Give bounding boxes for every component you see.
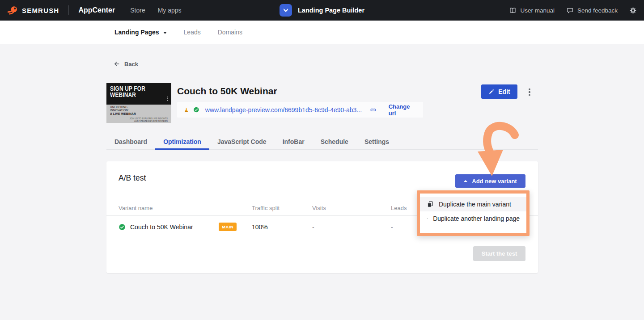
change-url-button[interactable]: Change url [389, 103, 413, 117]
nav-my-apps[interactable]: My apps [158, 7, 182, 14]
pencil-icon [488, 88, 495, 95]
tab-optimization[interactable]: Optimization [155, 134, 209, 149]
add-variant-dropdown: Duplicate the main variant Duplicate ano… [417, 190, 530, 236]
main-badge: MAIN [219, 223, 237, 232]
chevron-down-icon [163, 32, 167, 34]
send-feedback-label: Send feedback [577, 7, 618, 14]
menu-item-duplicate-main-variant[interactable]: Duplicate the main variant [420, 197, 526, 211]
url-bar: www.landpage-preview.com/6699b1d5-6c9d-4… [177, 102, 423, 118]
thumbnail-sub-area: UNLOCKING INNOVATION: A LIVE WEBINAR JOI… [106, 105, 171, 123]
published-check-icon [193, 106, 199, 114]
menu-item-label: Duplicate another landing page [433, 215, 520, 222]
variant-status-check-icon [119, 223, 126, 231]
back-label: Back [124, 61, 138, 67]
app-root: SEMRUSH AppCenter Store My apps Landing … [0, 0, 644, 320]
thumbnail-fine-print: JOIN US TO EXPLORE LIVE INSIGHTS AND STR… [128, 117, 168, 123]
topbar-actions: User manual Send feedback [509, 7, 637, 14]
landing-page-url[interactable]: www.landpage-preview.com/6699b1d5-6c9d-4… [205, 106, 362, 114]
edit-button-label: Edit [498, 88, 510, 95]
top-bar: SEMRUSH AppCenter Store My apps Landing … [0, 0, 644, 21]
user-manual-label: User manual [520, 7, 555, 14]
suite-name: AppCenter [78, 6, 115, 14]
copy-link-icon[interactable] [370, 106, 377, 114]
tab-infobar[interactable]: InfoBar [275, 134, 313, 149]
add-new-variant-label: Add new variant [472, 178, 517, 185]
start-the-test-button[interactable]: Start the test [473, 246, 525, 261]
tab-settings[interactable]: Settings [356, 134, 397, 149]
arrow-left-icon [113, 60, 120, 67]
tab-dashboard[interactable]: Dashboard [106, 134, 155, 149]
edit-button[interactable]: Edit [481, 84, 517, 99]
nav-landing-pages[interactable]: Landing Pages [114, 29, 167, 36]
app-nav: Landing Pages Leads Domains [0, 21, 644, 44]
nav-domains[interactable]: Domains [218, 29, 242, 36]
add-new-variant-button[interactable]: Add new variant [455, 174, 525, 188]
menu-item-duplicate-another-landing-page[interactable]: Duplicate another landing page [420, 211, 526, 226]
thumbnail-headline-area: SIGN UP FOR WEBINAR [106, 83, 171, 105]
semrush-logo[interactable]: SEMRUSH AppCenter [7, 5, 115, 16]
variant-name: Couch to 50K Webinar [130, 223, 193, 231]
flask-icon [183, 106, 189, 114]
more-options-kebab-icon[interactable] [526, 86, 533, 98]
back-button[interactable]: Back [113, 60, 138, 67]
book-icon [509, 7, 517, 14]
landing-page-builder-icon [280, 4, 292, 17]
topbar-nav: Store My apps [130, 7, 181, 14]
send-feedback-link[interactable]: Send feedback [566, 7, 618, 14]
ab-test-title: A/B test [119, 173, 146, 183]
tab-javascript-code[interactable]: JavaScript Code [209, 134, 275, 149]
duplicate-icon [427, 201, 434, 208]
user-manual-link[interactable]: User manual [509, 7, 555, 14]
settings-gear-icon[interactable] [629, 7, 637, 14]
feedback-bubble-icon [566, 7, 574, 14]
col-variant-name: Variant name [119, 205, 252, 211]
page-tabs: Dashboard Optimization JavaScript Code I… [106, 134, 538, 150]
col-traffic-split: Traffic split [252, 205, 312, 211]
thumbnail-headline: SIGN UP FOR WEBINAR [110, 85, 157, 98]
landing-page-thumbnail: SIGN UP FOR WEBINAR UNLOCKING INNOVATION… [106, 83, 171, 123]
menu-item-label: Duplicate the main variant [439, 201, 511, 208]
brand-divider [68, 5, 69, 15]
current-app: Landing Page Builder [280, 4, 364, 17]
col-visits: Visits [312, 205, 391, 211]
plus-icon [427, 215, 428, 222]
nav-leads[interactable]: Leads [184, 29, 201, 36]
semrush-logo-icon [7, 5, 18, 16]
nav-store[interactable]: Store [130, 7, 145, 14]
current-app-name: Landing Page Builder [298, 7, 364, 14]
variant-traffic-split: 100% [252, 223, 312, 231]
thumbnail-sub-line3: A LIVE WEBINAR [110, 112, 162, 116]
chevron-up-icon [464, 180, 467, 182]
thumbnail-sub-line1: UNLOCKING [110, 105, 162, 109]
variant-visits: - [312, 223, 391, 231]
nav-landing-pages-label: Landing Pages [114, 29, 159, 36]
brand-name: SEMRUSH [22, 7, 59, 14]
page-title: Couch to 50K Webinar [177, 86, 277, 97]
tab-schedule[interactable]: Schedule [313, 134, 356, 149]
thumbnail-dots [167, 97, 168, 101]
